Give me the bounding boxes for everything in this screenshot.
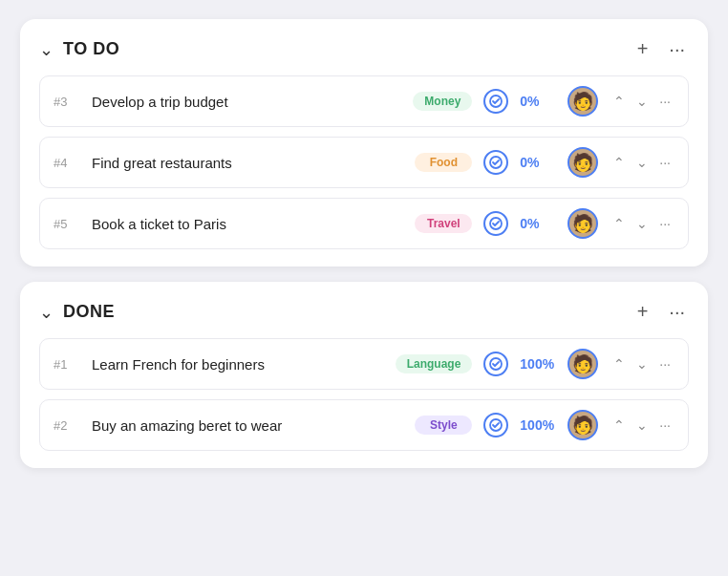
- done-header: ⌄ DONE + ···: [39, 299, 689, 325]
- task-check-icon[interactable]: [483, 89, 508, 114]
- task-id: #2: [54, 418, 80, 433]
- avatar: 🧑: [567, 208, 598, 239]
- task-move-down-button[interactable]: ⌄: [632, 416, 652, 435]
- task-row-actions: ⌃ ⌄ ···: [610, 354, 674, 373]
- task-move-up-button[interactable]: ⌃: [610, 214, 629, 233]
- task-row: #2 Buy an amazing beret to wear Style 10…: [39, 399, 689, 451]
- task-tag: Travel: [415, 214, 472, 233]
- task-move-down-button[interactable]: ⌄: [632, 354, 652, 373]
- todo-more-button[interactable]: ···: [665, 36, 689, 62]
- task-check-icon[interactable]: [483, 352, 508, 376]
- task-name: Develop a trip budget: [92, 94, 401, 110]
- task-check-icon[interactable]: [483, 413, 508, 437]
- task-row: #4 Find great restaurants Food 0% 🧑 ⌃ ⌄ …: [39, 137, 689, 188]
- task-percent: 100%: [520, 356, 556, 372]
- done-add-button[interactable]: +: [633, 299, 653, 325]
- task-name: Buy an amazing beret to wear: [92, 417, 403, 434]
- task-check-icon[interactable]: [483, 150, 508, 175]
- task-tag: Language: [396, 354, 473, 373]
- task-move-up-button[interactable]: ⌃: [610, 354, 629, 373]
- task-move-up-button[interactable]: ⌃: [610, 92, 629, 111]
- task-move-down-button[interactable]: ⌄: [632, 92, 652, 111]
- todo-title: TO DO: [63, 39, 633, 59]
- task-check-icon[interactable]: [483, 211, 508, 236]
- task-more-button[interactable]: ···: [655, 416, 674, 435]
- task-name: Learn French for beginners: [92, 356, 384, 373]
- task-row: #1 Learn French for beginners Language 1…: [39, 338, 689, 390]
- done-more-button[interactable]: ···: [665, 299, 689, 325]
- done-section: ⌄ DONE + ··· #1 Learn French for beginne…: [20, 282, 708, 468]
- todo-section: ⌄ TO DO + ··· #3 Develop a trip budget M…: [20, 19, 708, 267]
- done-collapse-icon[interactable]: ⌄: [39, 302, 54, 323]
- task-move-up-button[interactable]: ⌃: [610, 153, 629, 172]
- done-tasks-list: #1 Learn French for beginners Language 1…: [39, 338, 689, 451]
- task-more-button[interactable]: ···: [655, 153, 674, 172]
- task-percent: 100%: [520, 417, 556, 433]
- task-id: #4: [54, 156, 80, 170]
- task-move-down-button[interactable]: ⌄: [632, 153, 652, 172]
- task-row-actions: ⌃ ⌄ ···: [610, 416, 674, 435]
- task-tag: Money: [413, 92, 472, 111]
- task-row-actions: ⌃ ⌄ ···: [610, 92, 674, 111]
- avatar: 🧑: [567, 349, 598, 379]
- avatar: 🧑: [567, 147, 598, 178]
- avatar: 🧑: [567, 410, 598, 440]
- task-row-actions: ⌃ ⌄ ···: [610, 153, 674, 172]
- task-name: Find great restaurants: [92, 155, 403, 171]
- task-percent: 0%: [520, 216, 556, 231]
- todo-collapse-icon[interactable]: ⌄: [39, 39, 54, 60]
- task-tag: Style: [415, 416, 472, 435]
- task-id: #5: [54, 217, 80, 231]
- task-move-down-button[interactable]: ⌄: [632, 214, 652, 233]
- done-header-actions: + ···: [633, 299, 689, 325]
- task-tag: Food: [415, 153, 472, 172]
- done-title: DONE: [63, 302, 633, 322]
- todo-header-actions: + ···: [633, 36, 689, 62]
- task-name: Book a ticket to Paris: [92, 216, 403, 232]
- task-more-button[interactable]: ···: [655, 354, 674, 373]
- task-percent: 0%: [520, 94, 556, 109]
- todo-add-button[interactable]: +: [633, 36, 653, 62]
- task-row: #5 Book a ticket to Paris Travel 0% 🧑 ⌃ …: [39, 198, 689, 249]
- task-more-button[interactable]: ···: [655, 92, 674, 111]
- task-id: #1: [54, 357, 80, 372]
- todo-header: ⌄ TO DO + ···: [39, 36, 689, 62]
- task-more-button[interactable]: ···: [655, 214, 674, 233]
- task-row-actions: ⌃ ⌄ ···: [610, 214, 674, 233]
- todo-tasks-list: #3 Develop a trip budget Money 0% 🧑 ⌃ ⌄ …: [39, 75, 689, 249]
- task-move-up-button[interactable]: ⌃: [610, 416, 629, 435]
- task-row: #3 Develop a trip budget Money 0% 🧑 ⌃ ⌄ …: [39, 75, 689, 127]
- avatar: 🧑: [567, 86, 598, 117]
- task-id: #3: [54, 95, 80, 109]
- task-percent: 0%: [520, 155, 556, 170]
